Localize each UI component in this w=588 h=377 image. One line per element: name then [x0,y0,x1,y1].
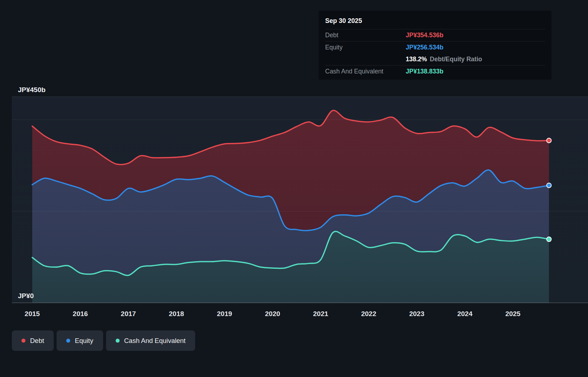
x-axis-label: 2017 [121,310,136,318]
tooltip-label-cash: Cash And Equivalent [325,68,406,75]
tooltip-value-0: JP¥354.536b [406,32,443,39]
legend-label-cash: Cash And Equivalent [124,337,186,345]
chart-legend: Debt Equity Cash And Equivalent [12,330,195,351]
tooltip-row-debt: Debt JP¥354.536b [325,29,545,41]
tooltip-label-equity: Equity [325,44,406,51]
x-axis-label: 2016 [73,310,88,318]
debt-dot-icon [21,339,25,343]
legend-label-debt: Debt [30,337,44,345]
tooltip-ratio-value: 138.2%Debt/Equity Ratio [406,56,482,63]
y-axis-label: JP¥0 [18,292,34,300]
x-axis-label: 2018 [169,310,184,318]
legend-item-debt[interactable]: Debt [12,330,54,351]
x-axis-label: 2024 [457,310,473,318]
tooltip-row-equity: Equity JP¥256.534b [325,41,545,53]
tooltip-value-1: JP¥256.534b [406,44,443,51]
legend-item-equity[interactable]: Equity [57,330,103,351]
x-axis-label: 2021 [313,310,328,318]
chart-tooltip: Sep 30 2025 Debt JP¥354.536b Equity JP¥2… [319,11,551,80]
x-axis-label: 2025 [505,310,521,318]
cash-dot-icon [116,339,120,343]
x-axis-label: 2019 [217,310,232,318]
x-axis-label: 2020 [265,310,280,318]
legend-item-cash[interactable]: Cash And Equivalent [106,330,196,351]
tooltip-row-ratio: 138.2%Debt/Equity Ratio [325,53,545,65]
tooltip-row-cash: Cash And Equivalent JP¥138.833b [325,65,545,77]
equity-dot-icon [66,339,70,343]
legend-label-equity: Equity [75,337,93,345]
y-axis-label: JP¥450b [18,86,45,94]
tooltip-value-3: JP¥138.833b [406,68,443,75]
x-axis-label: 2023 [409,310,424,318]
ratio-caption: Debt/Equity Ratio [430,56,482,63]
x-axis-label: 2022 [361,310,376,318]
cash-end-dot[interactable] [547,237,551,242]
tooltip-date: Sep 30 2025 [325,14,545,29]
tooltip-label-debt: Debt [325,32,406,39]
equity-end-dot[interactable] [547,183,551,188]
ratio-percent: 138.2% [406,56,427,63]
debt-end-dot[interactable] [547,138,551,143]
x-axis-label: 2015 [25,310,40,318]
